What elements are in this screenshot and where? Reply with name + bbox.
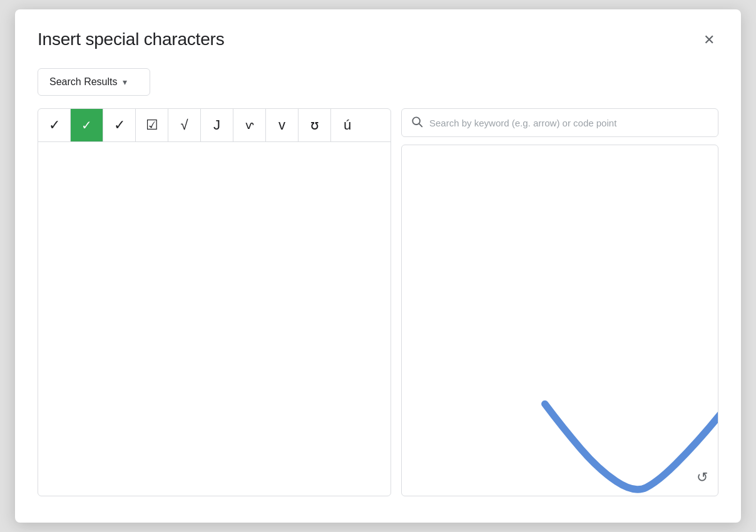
insert-special-characters-dialog: Insert special characters ✕ Search Resul…	[15, 9, 741, 523]
drawing-panel[interactable]: ↺	[401, 145, 718, 496]
chevron-down-icon: ▾	[123, 77, 127, 87]
search-input-container	[401, 108, 718, 137]
dialog-title: Insert special characters	[38, 29, 224, 49]
char-cell-upsilon[interactable]: ʊ	[299, 109, 331, 141]
reset-drawing-button[interactable]: ↺	[694, 467, 710, 488]
search-icon	[411, 115, 423, 130]
reset-icon: ↺	[697, 469, 708, 485]
checkbox-checked-icon: ✓	[81, 118, 92, 133]
drawn-checkmark	[402, 145, 718, 496]
search-panel: ↺	[401, 108, 718, 496]
char-cell-checkbox-checked-selected[interactable]: ✓	[71, 109, 103, 141]
char-cell-u-acute[interactable]: ú	[331, 109, 364, 141]
dropdown-label: Search Results	[49, 76, 118, 88]
main-area: ✓ ✓ ✓ ☑ √ J ⱱ v ʊ ú	[38, 108, 718, 496]
char-cell-ballot-box-check[interactable]: ☑	[136, 109, 168, 141]
close-icon: ✕	[703, 33, 715, 47]
char-cell-checkmark-2[interactable]: ✓	[103, 109, 136, 141]
dialog-header: Insert special characters ✕	[38, 29, 718, 51]
char-cell-j[interactable]: J	[201, 109, 233, 141]
category-dropdown[interactable]: Search Results ▾	[38, 68, 150, 96]
svg-point-0	[412, 117, 420, 125]
char-cell-v-small[interactable]: ⱱ	[233, 109, 266, 141]
char-grid-body	[38, 142, 391, 496]
close-button[interactable]: ✕	[700, 29, 718, 51]
svg-line-1	[419, 124, 422, 126]
char-cell-sqrt[interactable]: √	[168, 109, 201, 141]
character-panel: ✓ ✓ ✓ ☑ √ J ⱱ v ʊ ú	[38, 108, 391, 496]
search-input[interactable]	[429, 118, 709, 128]
char-cell-checkmark[interactable]: ✓	[38, 109, 71, 141]
char-cell-v[interactable]: v	[266, 109, 299, 141]
character-grid-row: ✓ ✓ ✓ ☑ √ J ⱱ v ʊ ú	[38, 109, 391, 142]
